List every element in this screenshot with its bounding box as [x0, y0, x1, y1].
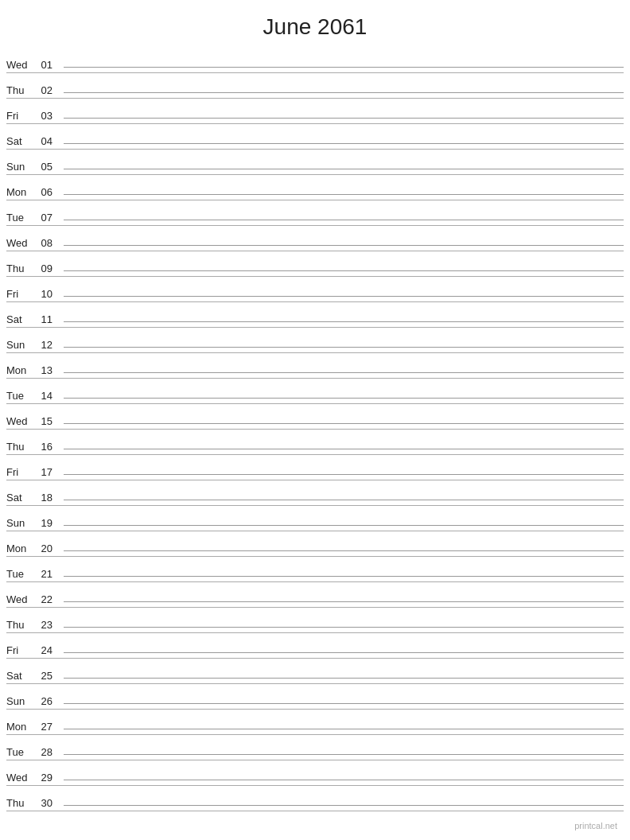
calendar-row: Wed08 — [6, 226, 624, 251]
day-name: Thu — [6, 797, 37, 809]
day-line — [64, 780, 624, 780]
day-name: Sat — [6, 670, 37, 682]
day-number: 05 — [37, 161, 59, 173]
day-name: Fri — [6, 466, 37, 478]
day-line — [64, 169, 624, 169]
day-number: 26 — [37, 695, 59, 707]
day-name: Thu — [6, 619, 37, 631]
day-number: 02 — [37, 84, 59, 96]
day-line — [64, 398, 624, 399]
day-line — [64, 118, 624, 119]
day-number: 23 — [37, 619, 59, 631]
day-line — [64, 805, 624, 806]
calendar-row: Mon27 — [6, 710, 624, 735]
day-line — [64, 372, 624, 373]
day-number: 12 — [37, 339, 59, 351]
day-number: 19 — [37, 517, 59, 529]
calendar-row: Fri03 — [6, 99, 624, 124]
calendar-row: Fri24 — [6, 633, 624, 659]
calendar-row: Sat25 — [6, 659, 624, 684]
calendar-row: Sun05 — [6, 150, 624, 175]
calendar-row: Tue14 — [6, 379, 624, 404]
calendar-row: Sat04 — [6, 124, 624, 150]
day-number: 07 — [37, 212, 59, 224]
calendar-row: Sat11 — [6, 302, 624, 328]
day-number: 16 — [37, 441, 59, 453]
day-name: Mon — [6, 721, 37, 733]
day-number: 01 — [37, 59, 59, 71]
day-name: Sat — [6, 492, 37, 504]
day-line — [64, 67, 624, 68]
day-name: Tue — [6, 390, 37, 402]
day-number: 06 — [37, 186, 59, 198]
day-name: Wed — [6, 772, 37, 784]
day-name: Wed — [6, 415, 37, 427]
day-name: Tue — [6, 212, 37, 224]
day-line — [64, 550, 624, 551]
day-number: 24 — [37, 644, 59, 656]
day-name: Mon — [6, 364, 37, 376]
day-number: 14 — [37, 390, 59, 402]
calendar-row: Thu16 — [6, 430, 624, 455]
day-name: Fri — [6, 644, 37, 656]
day-name: Thu — [6, 262, 37, 274]
calendar-row: Wed01 — [6, 48, 624, 73]
day-name: Mon — [6, 542, 37, 554]
day-number: 18 — [37, 492, 59, 504]
day-line — [64, 525, 624, 526]
day-name: Fri — [6, 110, 37, 122]
calendar-row: Thu23 — [6, 608, 624, 633]
day-line — [64, 754, 624, 755]
day-number: 29 — [37, 772, 59, 784]
day-number: 13 — [37, 364, 59, 376]
calendar-row: Tue07 — [6, 200, 624, 226]
day-name: Sun — [6, 161, 37, 173]
day-line — [64, 92, 624, 93]
day-number: 04 — [37, 135, 59, 147]
calendar-row: Sun19 — [6, 506, 624, 531]
calendar-row: Thu09 — [6, 251, 624, 277]
calendar-rows: Wed01Thu02Fri03Sat04Sun05Mon06Tue07Wed08… — [0, 48, 630, 811]
day-name: Mon — [6, 186, 37, 198]
calendar-row: Mon06 — [6, 175, 624, 200]
day-line — [64, 296, 624, 297]
day-number: 08 — [37, 237, 59, 249]
day-line — [64, 474, 624, 475]
calendar-row: Mon20 — [6, 531, 624, 557]
day-number: 11 — [37, 313, 59, 325]
day-line — [64, 143, 624, 144]
calendar-row: Sun26 — [6, 684, 624, 710]
calendar-row: Tue21 — [6, 557, 624, 582]
calendar-row: Mon13 — [6, 353, 624, 379]
day-line — [64, 194, 624, 195]
day-number: 21 — [37, 568, 59, 580]
day-name: Tue — [6, 746, 37, 758]
day-line — [64, 220, 624, 220]
day-number: 30 — [37, 797, 59, 809]
day-line — [64, 449, 624, 449]
watermark: printcal.net — [574, 821, 617, 830]
day-number: 20 — [37, 542, 59, 554]
day-line — [64, 703, 624, 704]
day-number: 10 — [37, 288, 59, 300]
day-number: 22 — [37, 593, 59, 605]
day-name: Wed — [6, 59, 37, 71]
day-name: Sun — [6, 517, 37, 529]
day-line — [64, 423, 624, 424]
calendar-row: Tue28 — [6, 735, 624, 760]
day-line — [64, 729, 624, 729]
calendar-row: Fri10 — [6, 277, 624, 302]
day-number: 17 — [37, 466, 59, 478]
day-name: Wed — [6, 593, 37, 605]
day-line — [64, 270, 624, 271]
day-line — [64, 627, 624, 628]
day-line — [64, 601, 624, 602]
day-line — [64, 321, 624, 322]
calendar-row: Wed15 — [6, 404, 624, 430]
calendar-row: Sat18 — [6, 480, 624, 506]
day-line — [64, 576, 624, 577]
day-line — [64, 245, 624, 246]
day-name: Wed — [6, 237, 37, 249]
page-title: June 2061 — [0, 0, 630, 48]
calendar-row: Sun12 — [6, 328, 624, 353]
